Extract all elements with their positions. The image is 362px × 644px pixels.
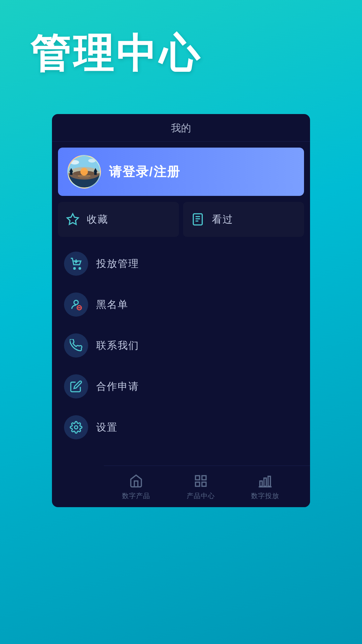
svg-rect-28 [195,482,199,486]
gear-icon-bg [64,415,88,439]
svg-rect-31 [264,478,266,486]
nav-digital-delivery-label: 数字投放 [251,491,279,500]
svg-rect-27 [202,476,206,480]
user-block-icon [70,298,82,311]
page-title: 管理中心 [30,27,202,82]
blacklist-label: 黑名单 [96,298,128,312]
avatar [67,155,101,189]
edit-icon-bg [64,374,88,398]
svg-point-22 [74,300,78,305]
contact-us-label: 联系我们 [96,339,139,353]
user-block-icon-bg [64,292,88,317]
svg-rect-29 [202,482,206,486]
history-button[interactable]: 看过 [183,202,304,237]
svg-rect-6 [78,175,90,176]
nav-my[interactable]: 我的 [298,466,310,507]
login-banner[interactable]: 请登录/注册 [58,148,304,196]
cooperation-item[interactable]: 合作申请 [58,367,304,406]
home-icon [128,473,144,489]
ad-management-item[interactable]: 投放管理 [58,244,304,283]
favorites-label: 收藏 [87,213,108,226]
nav-digital-products[interactable]: 数字产品 [104,466,169,507]
card-header: 我的 [52,114,310,142]
svg-marker-14 [67,214,78,224]
menu-list: 投放管理 黑名单 联系我们 [58,244,304,447]
nav-digital-delivery[interactable]: 数字投放 [233,466,298,507]
quick-actions: 收藏 看过 [58,202,304,237]
download-cart-icon [70,257,82,270]
document-icon [190,211,206,227]
main-card: 我的 [52,114,310,507]
svg-rect-26 [195,476,199,480]
svg-rect-7 [79,177,89,178]
edit-icon [70,380,82,393]
settings-item[interactable]: 设置 [58,408,304,447]
bottom-nav: 数字产品 产品中心 数字投放 [104,466,310,507]
svg-point-25 [74,426,78,429]
gear-icon [70,421,82,434]
login-text: 请登录/注册 [109,163,180,180]
favorites-button[interactable]: 收藏 [58,202,179,237]
svg-point-20 [79,268,81,269]
svg-point-19 [74,268,75,269]
svg-rect-30 [260,481,262,486]
history-label: 看过 [212,213,233,226]
nav-product-center-label: 产品中心 [187,491,215,500]
ad-management-label: 投放管理 [96,257,139,271]
cooperation-label: 合作申请 [96,380,139,393]
download-cart-icon-bg [64,252,88,276]
blacklist-item[interactable]: 黑名单 [58,285,304,324]
bar-chart-icon [257,473,273,489]
svg-point-8 [70,160,79,164]
contact-us-item[interactable]: 联系我们 [58,326,304,365]
card-header-label: 我的 [171,122,191,133]
svg-rect-32 [268,476,270,486]
nav-product-center[interactable]: 产品中心 [169,466,233,507]
settings-label: 设置 [96,421,118,434]
svg-point-9 [88,159,96,162]
grid-icon [193,473,208,489]
nav-digital-products-label: 数字产品 [122,491,150,500]
star-icon [65,211,81,227]
phone-icon-bg [64,333,88,358]
phone-icon [70,339,82,352]
